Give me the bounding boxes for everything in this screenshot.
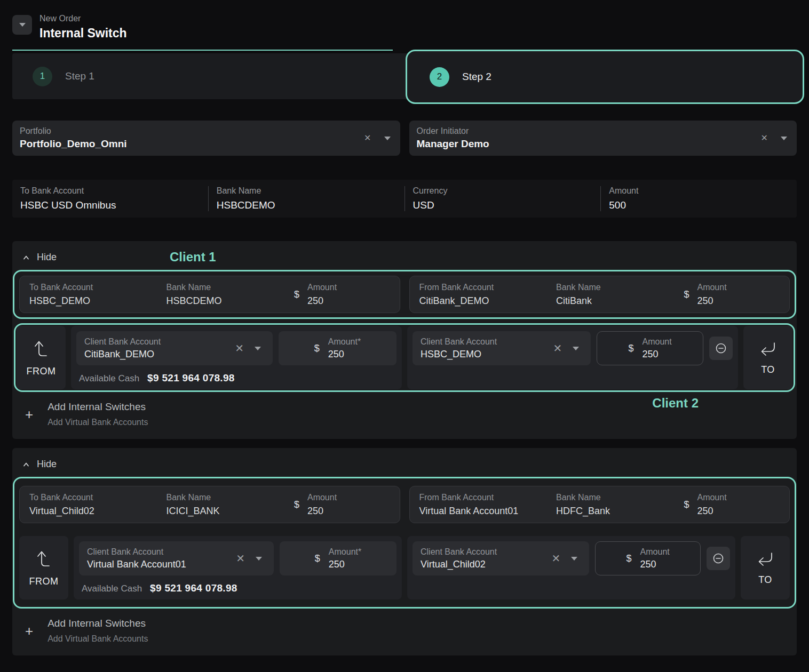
chevron-down-icon[interactable] [384, 137, 391, 140]
add-internal-switches-label: Add Internal Switches [47, 618, 148, 629]
tab-step-1[interactable]: 1 Step 1 [12, 53, 406, 99]
chevron-down-icon[interactable] [781, 137, 787, 140]
hide-label: Hide [37, 459, 57, 470]
hide-toggle[interactable]: Hide [20, 455, 59, 473]
remove-switch-button[interactable] [709, 337, 733, 360]
chevron-down-icon[interactable] [573, 347, 579, 350]
from-block: FROM [19, 536, 68, 599]
input-label: Amount* [328, 337, 361, 347]
to-client-bank-account-select[interactable]: Client Bank Account HSBC_DEMO ✕ [413, 331, 591, 365]
clear-icon[interactable]: ✕ [236, 553, 245, 564]
available-cash: Available Cash $9 521 964 078.98 [79, 582, 396, 594]
to-amount-input[interactable]: $ Amount 250 [597, 331, 703, 365]
minus-circle-icon [712, 552, 725, 565]
dollar-icon: $ [294, 289, 299, 300]
input-label: Client Bank Account [87, 547, 233, 557]
filter-fields-row: Portfolio Portfolio_Demo_Omni ✕ Order In… [12, 121, 797, 156]
tab-step-2[interactable]: 2 Step 2 [406, 50, 804, 104]
input-label: Amount* [329, 547, 361, 557]
clear-icon[interactable]: ✕ [235, 343, 244, 354]
to-label: TO [761, 364, 775, 375]
clear-icon[interactable]: ✕ [761, 134, 768, 142]
steps-underline [12, 50, 393, 51]
chevron-down-icon[interactable] [571, 557, 577, 561]
from-client-bank-account-select[interactable]: Client Bank Account CitiBank_DEMO ✕ [76, 331, 273, 365]
input-label: Amount [640, 547, 670, 557]
summary-label: Bank Name [166, 493, 294, 502]
dollar-icon: $ [626, 553, 632, 564]
summary-value: 250 [307, 506, 337, 517]
dollar-icon: $ [294, 499, 299, 510]
to-label: TO [758, 574, 772, 586]
add-internal-switches-action[interactable]: + Add Internal Switches Add Virtual Bank… [20, 609, 789, 647]
remove-switch-button[interactable] [707, 547, 730, 570]
input-value: Virtual_Child02 [421, 559, 549, 570]
info-amount: Amount 500 [600, 186, 797, 211]
return-arrow-icon [756, 550, 774, 567]
dollar-icon: $ [315, 553, 320, 564]
order-type-dropdown-button[interactable] [12, 15, 32, 35]
to-bank-summary-card: To Bank Account Virtual_Child02 Bank Nam… [19, 486, 400, 523]
summary-value: HDFC_Bank [556, 506, 684, 517]
summary-label: From Bank Account [419, 493, 557, 502]
summary-value: HSBC_DEMO [29, 295, 166, 307]
input-value: 250 [643, 349, 672, 360]
hide-toggle[interactable]: Hide [20, 249, 59, 266]
to-block: TO [743, 326, 792, 389]
to-block: TO [741, 536, 790, 599]
input-label: Amount [643, 337, 672, 347]
summary-value: 250 [697, 295, 726, 307]
summary-value: CitiBank [556, 295, 684, 307]
info-to-bank-account: To Bank Account HSBC USD Omnibus [12, 186, 208, 211]
return-arrow-icon [759, 340, 777, 357]
input-label: Client Bank Account [421, 547, 549, 557]
from-label: FROM [27, 366, 56, 377]
clear-icon[interactable]: ✕ [364, 134, 371, 142]
dollar-icon: $ [629, 343, 634, 354]
info-value: 500 [609, 199, 797, 211]
annotation-client-1: Client 1 [170, 250, 216, 265]
summary-label: Amount [307, 283, 337, 292]
clear-icon[interactable]: ✕ [553, 343, 562, 354]
from-bank-summary-card: From Bank Account CitiBank_DEMO Bank Nam… [409, 276, 790, 313]
summary-label: Amount [307, 493, 337, 502]
summary-label: To Bank Account [29, 493, 166, 502]
input-value: 250 [640, 559, 670, 570]
from-block: FROM [17, 326, 66, 389]
from-client-bank-account-select[interactable]: Client Bank Account Virtual Bank Account… [79, 541, 274, 575]
from-panel: Client Bank Account Virtual Bank Account… [74, 536, 402, 599]
summary-label: Amount [697, 283, 726, 292]
chevron-down-icon[interactable] [255, 347, 261, 350]
switch-section-2: Hide To Bank Account Virtual_Child02 Ban… [12, 448, 797, 655]
input-value: HSBC_DEMO [421, 349, 550, 360]
from-amount-input[interactable]: $ Amount* 250 [280, 541, 396, 575]
clear-icon[interactable]: ✕ [552, 553, 561, 564]
arrow-up-from-icon [36, 549, 52, 569]
dollar-icon: $ [314, 343, 320, 354]
summary-label: Bank Name [556, 283, 684, 292]
chevron-down-icon[interactable] [256, 557, 262, 561]
plus-icon: + [25, 407, 33, 421]
summary-label: Amount [697, 493, 726, 502]
order-initiator-value: Manager Demo [417, 138, 790, 150]
input-value: CitiBank_DEMO [84, 349, 232, 360]
order-info-bar: To Bank Account HSBC USD Omnibus Bank Na… [12, 180, 797, 218]
to-client-bank-account-select[interactable]: Client Bank Account Virtual_Child02 ✕ [413, 541, 589, 575]
portfolio-select[interactable]: Portfolio Portfolio_Demo_Omni ✕ [12, 121, 400, 156]
arrow-up-from-icon [33, 339, 49, 359]
to-amount-input[interactable]: $ Amount 250 [595, 541, 701, 575]
from-label: FROM [29, 576, 59, 587]
from-amount-input[interactable]: $ Amount* 250 [279, 331, 396, 365]
chevron-down-icon [19, 23, 26, 27]
info-value: USD [413, 199, 601, 211]
available-cash-value: $9 521 964 078.98 [147, 372, 235, 384]
new-order-page: New Order Internal Switch 1 Step 1 2 Ste… [0, 0, 809, 672]
add-virtual-bank-accounts-label: Add Virtual Bank Accounts [47, 418, 148, 427]
order-initiator-select[interactable]: Order Initiator Manager Demo ✕ [409, 121, 797, 156]
dollar-icon: $ [684, 289, 689, 300]
available-cash-label: Available Cash [79, 373, 139, 384]
from-bank-summary-card: From Bank Account Virtual Bank Account01… [409, 486, 790, 523]
info-label: Bank Name [217, 186, 404, 196]
step-2-label: Step 2 [462, 71, 491, 83]
annotation-box-switch-2: To Bank Account Virtual_Child02 Bank Nam… [13, 477, 796, 609]
